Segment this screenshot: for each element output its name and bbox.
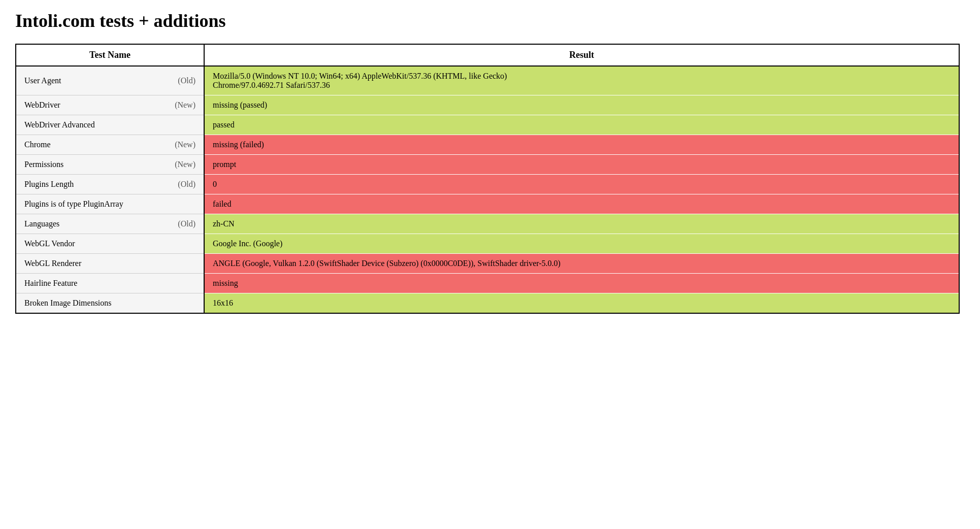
test-result-value: prompt — [213, 160, 236, 169]
col-result: Result — [204, 45, 959, 66]
table-header-row: Test Name Result — [16, 45, 959, 66]
test-name-cell-9: WebGL Renderer — [16, 254, 204, 274]
table-row: Hairline Featuremissing — [16, 274, 959, 293]
test-name-label: Languages — [24, 219, 59, 228]
test-name-label: User Agent — [24, 76, 61, 85]
table-row: Chrome(New)missing (failed) — [16, 135, 959, 155]
test-result-value: missing — [213, 279, 238, 287]
test-name-cell-6: Plugins is of type PluginArray — [16, 194, 204, 214]
test-result-cell-2: passed — [204, 115, 959, 135]
test-result-value: Google Inc. (Google) — [213, 239, 282, 248]
col-test-name: Test Name — [16, 45, 204, 66]
table-row: WebDriver(New)missing (passed) — [16, 95, 959, 115]
results-table-wrapper: Test Name Result User Agent(Old)Mozilla/… — [15, 44, 960, 314]
test-result-cell-6: failed — [204, 194, 959, 214]
test-result-cell-0: Mozilla/5.0 (Windows NT 10.0; Win64; x64… — [204, 66, 959, 95]
test-name-label: Hairline Feature — [24, 279, 77, 287]
table-row: Plugins Length(Old)0 — [16, 175, 959, 194]
test-result-value: missing (passed) — [213, 101, 267, 109]
test-name-cell-11: Broken Image Dimensions — [16, 293, 204, 313]
test-result-cell-5: 0 — [204, 175, 959, 194]
test-name-label: WebGL Vendor — [24, 239, 75, 248]
test-name-tag: (New) — [175, 101, 195, 110]
test-name-tag: (New) — [175, 160, 195, 169]
table-row: WebGL RendererANGLE (Google, Vulkan 1.2.… — [16, 254, 959, 274]
test-name-cell-4: Permissions(New) — [16, 155, 204, 175]
table-row: Languages(Old)zh-CN — [16, 214, 959, 234]
test-result-cell-10: missing — [204, 274, 959, 293]
test-name-cell-1: WebDriver(New) — [16, 95, 204, 115]
test-result-value: passed — [213, 120, 235, 129]
test-name-label: WebDriver — [24, 101, 60, 110]
test-name-cell-0: User Agent(Old) — [16, 66, 204, 95]
test-name-cell-10: Hairline Feature — [16, 274, 204, 293]
test-name-cell-8: WebGL Vendor — [16, 234, 204, 254]
test-result-value: failed — [213, 200, 231, 208]
test-result-value: Mozilla/5.0 (Windows NT 10.0; Win64; x64… — [213, 72, 507, 89]
test-name-tag: (Old) — [178, 180, 195, 189]
test-result-cell-1: missing (passed) — [204, 95, 959, 115]
test-name-label: Plugins Length — [24, 180, 74, 189]
test-name-label: Plugins is of type PluginArray — [24, 200, 123, 208]
test-name-label: WebGL Renderer — [24, 259, 81, 268]
test-name-label: WebDriver Advanced — [24, 120, 95, 129]
test-name-tag: (Old) — [178, 219, 195, 228]
test-name-cell-7: Languages(Old) — [16, 214, 204, 234]
test-result-cell-3: missing (failed) — [204, 135, 959, 155]
test-name-tag: (New) — [175, 140, 195, 149]
test-result-cell-9: ANGLE (Google, Vulkan 1.2.0 (SwiftShader… — [204, 254, 959, 274]
test-result-cell-11: 16x16 — [204, 293, 959, 313]
test-result-cell-7: zh-CN — [204, 214, 959, 234]
table-row: WebGL VendorGoogle Inc. (Google) — [16, 234, 959, 254]
test-name-tag: (Old) — [178, 76, 195, 85]
test-result-value: 16x16 — [213, 299, 233, 307]
table-row: Plugins is of type PluginArrayfailed — [16, 194, 959, 214]
test-name-cell-2: WebDriver Advanced — [16, 115, 204, 135]
table-row: User Agent(Old)Mozilla/5.0 (Windows NT 1… — [16, 66, 959, 95]
test-name-label: Broken Image Dimensions — [24, 299, 112, 307]
test-result-value: missing (failed) — [213, 140, 264, 149]
test-result-value: zh-CN — [213, 219, 235, 228]
results-table: Test Name Result User Agent(Old)Mozilla/… — [16, 45, 959, 313]
test-result-cell-4: prompt — [204, 155, 959, 175]
test-result-value: 0 — [213, 180, 217, 188]
table-row: Permissions(New)prompt — [16, 155, 959, 175]
table-row: WebDriver Advancedpassed — [16, 115, 959, 135]
table-row: Broken Image Dimensions16x16 — [16, 293, 959, 313]
test-result-cell-8: Google Inc. (Google) — [204, 234, 959, 254]
test-name-label: Chrome — [24, 140, 51, 149]
test-name-cell-3: Chrome(New) — [16, 135, 204, 155]
page-title: Intoli.com tests + additions — [15, 10, 965, 31]
test-name-cell-5: Plugins Length(Old) — [16, 175, 204, 194]
test-name-label: Permissions — [24, 160, 63, 169]
test-result-value: ANGLE (Google, Vulkan 1.2.0 (SwiftShader… — [213, 259, 561, 268]
